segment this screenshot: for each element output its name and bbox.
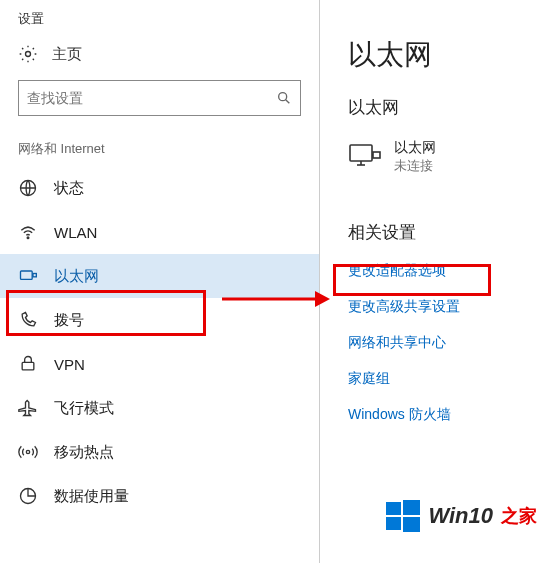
watermark-text-a: Win10 xyxy=(428,503,493,529)
windows-logo-icon xyxy=(386,499,420,533)
related-settings-title: 相关设置 xyxy=(348,175,549,244)
sidebar-item-status[interactable]: 状态 xyxy=(0,166,319,210)
svg-line-2 xyxy=(286,100,290,104)
page-title: 以太网 xyxy=(348,0,549,74)
svg-rect-8 xyxy=(22,362,34,370)
svg-point-4 xyxy=(27,237,29,239)
svg-rect-14 xyxy=(373,152,380,158)
sidebar-item-label: 以太网 xyxy=(54,267,99,286)
svg-rect-5 xyxy=(21,271,33,279)
svg-rect-19 xyxy=(403,500,420,515)
home-button[interactable]: 主页 xyxy=(0,34,319,74)
dialup-icon xyxy=(18,310,38,330)
monitor-icon xyxy=(348,142,382,172)
svg-point-0 xyxy=(26,52,31,57)
status-icon xyxy=(18,178,38,198)
ethernet-status-text: 未连接 xyxy=(394,157,436,175)
search-input-container[interactable] xyxy=(18,80,301,116)
svg-rect-21 xyxy=(403,517,420,532)
sidebar-item-label: 状态 xyxy=(54,179,84,198)
hotspot-icon xyxy=(18,442,38,462)
search-input[interactable] xyxy=(27,90,276,106)
link-windows-firewall[interactable]: Windows 防火墙 xyxy=(348,388,549,424)
wifi-icon xyxy=(18,222,38,242)
airplane-icon xyxy=(18,398,38,418)
sidebar-item-label: 数据使用量 xyxy=(54,487,129,506)
link-adapter-options[interactable]: 更改适配器选项 xyxy=(348,244,549,280)
link-advanced-sharing[interactable]: 更改高级共享设置 xyxy=(348,280,549,316)
annotation-arrow-icon xyxy=(220,284,330,314)
watermark-text-b: 之家 xyxy=(501,504,537,528)
ethernet-icon xyxy=(18,266,38,286)
watermark: Win10之家 xyxy=(386,499,537,533)
link-network-sharing-center[interactable]: 网络和共享中心 xyxy=(348,316,549,352)
vpn-icon xyxy=(18,354,38,374)
svg-point-9 xyxy=(26,450,29,453)
sidebar-item-label: WLAN xyxy=(54,224,97,241)
svg-rect-20 xyxy=(386,517,401,530)
sidebar-item-wlan[interactable]: WLAN xyxy=(0,210,319,254)
sidebar-item-airplane[interactable]: 飞行模式 xyxy=(0,386,319,430)
sidebar-item-label: VPN xyxy=(54,356,85,373)
sidebar-item-hotspot[interactable]: 移动热点 xyxy=(0,430,319,474)
section-label: 网络和 Internet xyxy=(0,116,319,166)
link-homegroup[interactable]: 家庭组 xyxy=(348,352,549,388)
home-label: 主页 xyxy=(52,45,82,64)
sidebar-item-vpn[interactable]: VPN xyxy=(0,342,319,386)
search-icon xyxy=(276,90,292,106)
svg-rect-6 xyxy=(33,274,36,277)
ethernet-status-item[interactable]: 以太网 未连接 xyxy=(348,119,549,175)
ethernet-name: 以太网 xyxy=(394,139,436,157)
datausage-icon xyxy=(18,486,38,506)
sidebar-item-datausage[interactable]: 数据使用量 xyxy=(0,474,319,518)
sidebar-item-label: 飞行模式 xyxy=(54,399,114,418)
sidebar-item-label: 移动热点 xyxy=(54,443,114,462)
svg-rect-11 xyxy=(350,145,372,161)
sidebar-item-label: 拨号 xyxy=(54,311,84,330)
page-subtitle: 以太网 xyxy=(348,74,549,119)
app-title: 设置 xyxy=(0,0,319,34)
gear-icon xyxy=(18,44,38,64)
svg-marker-17 xyxy=(315,291,330,307)
svg-rect-18 xyxy=(386,502,401,515)
svg-point-1 xyxy=(279,93,287,101)
